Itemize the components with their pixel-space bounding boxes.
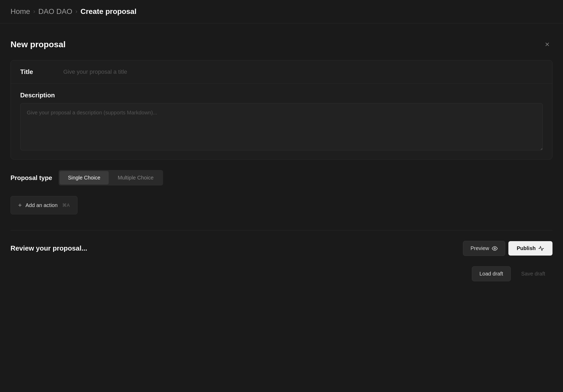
- review-section: Review your proposal... Preview Publish: [11, 241, 552, 256]
- multiple-choice-button[interactable]: Multiple Choice: [109, 171, 162, 184]
- keyboard-shortcut: ⌘A: [62, 203, 70, 208]
- load-draft-button[interactable]: Load draft: [472, 266, 511, 281]
- chevron-right-icon-1: ›: [33, 8, 35, 15]
- proposal-type-section: Proposal type Single Choice Multiple Cho…: [11, 170, 552, 186]
- draft-section: Load draft Save draft: [11, 266, 552, 281]
- close-button[interactable]: [542, 39, 552, 50]
- plus-icon: +: [18, 202, 22, 209]
- single-choice-button[interactable]: Single Choice: [60, 171, 109, 184]
- publish-icon: [538, 246, 544, 251]
- proposal-form-card: Title Description: [11, 60, 552, 160]
- eye-icon: [492, 246, 498, 251]
- title-row: Title: [11, 60, 552, 84]
- add-action-button[interactable]: + Add an action ⌘A: [11, 196, 77, 214]
- breadcrumb-home[interactable]: Home: [11, 7, 30, 16]
- review-label: Review your proposal...: [11, 244, 87, 252]
- description-textarea[interactable]: [20, 103, 543, 150]
- title-label: Title: [11, 60, 58, 83]
- preview-label: Preview: [471, 245, 489, 251]
- description-label: Description: [20, 92, 543, 99]
- save-draft-button: Save draft: [514, 267, 552, 281]
- action-buttons: Preview Publish: [463, 241, 552, 256]
- preview-button[interactable]: Preview: [463, 241, 505, 256]
- page-title: New proposal: [11, 40, 66, 49]
- proposal-type-label: Proposal type: [11, 174, 52, 182]
- close-icon: [544, 41, 550, 47]
- proposal-header: New proposal: [11, 39, 552, 50]
- divider: [11, 230, 552, 230]
- svg-point-2: [494, 248, 496, 249]
- title-input[interactable]: [58, 61, 552, 83]
- add-action-label: Add an action: [25, 202, 58, 208]
- breadcrumb: Home › DAO DAO › Create proposal: [0, 0, 563, 23]
- publish-button[interactable]: Publish: [508, 241, 552, 256]
- type-toggle: Single Choice Multiple Choice: [59, 170, 163, 186]
- breadcrumb-dao[interactable]: DAO DAO: [38, 7, 72, 16]
- publish-label: Publish: [517, 245, 536, 251]
- description-section: Description: [11, 84, 552, 159]
- chevron-right-icon-2: ›: [75, 8, 77, 15]
- add-action-section: + Add an action ⌘A: [11, 196, 552, 214]
- breadcrumb-current: Create proposal: [81, 7, 137, 16]
